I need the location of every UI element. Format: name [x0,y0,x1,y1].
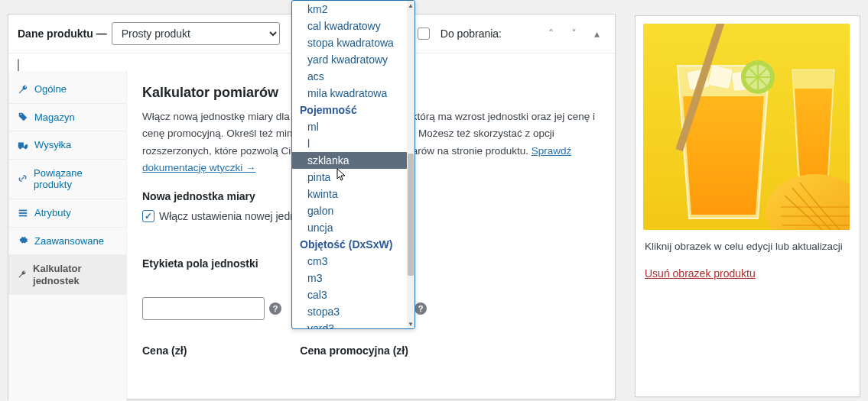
svg-rect-1 [19,212,28,214]
product-type-select[interactable]: Prosty produkt [112,22,280,45]
move-down-button[interactable]: ˅ [564,24,583,43]
tab-inventory[interactable]: Magazyn [8,104,126,132]
product-data-title: Dane produktu — [18,27,107,40]
link-icon [18,173,28,184]
dropdown-option[interactable]: l [292,135,407,152]
dropdown-option[interactable]: ml [292,118,407,135]
dropdown-option[interactable]: m3 [292,270,407,286]
dropdown-option[interactable]: szklanka [292,152,407,169]
dropdown-group: Objętość (DxSxW) [292,236,407,253]
dropdown-option[interactable]: yard kwadratowy [292,51,407,68]
downloadable-label: Do pobrania: [441,27,502,40]
wrench-icon [18,270,27,280]
scroll-down-icon[interactable]: ▼ [407,319,414,328]
dropdown-option[interactable]: kwinta [292,186,407,202]
truck-icon [18,140,28,150]
product-image-thumbnail[interactable] [643,24,850,230]
product-data-tabs: Ogólne Magazyn Wysyłka Powiązane produkt… [8,71,127,401]
remove-image-link[interactable]: Usuń obrazek produktu [645,267,756,280]
tab-general[interactable]: Ogólne [8,76,126,104]
wrench-icon [18,84,28,95]
dropdown-option[interactable]: stopa3 [292,303,407,320]
gear-icon [18,235,28,246]
unit-dropdown-panel[interactable]: km2cal kwadratowystopa kwadratowayard kw… [291,0,415,329]
promo-price-label: Cena promocyjna (zł) [300,344,408,357]
mouse-cursor-icon [336,168,347,182]
dropdown-option[interactable]: cm3 [292,253,407,270]
svg-rect-0 [19,209,28,211]
virtual-checkbox[interactable] [418,27,430,40]
svg-rect-2 [19,215,28,216]
dropdown-option[interactable]: uncja [292,219,407,236]
dropdown-scrollbar[interactable]: ▲ ▼ [407,1,414,328]
tab-linked-products[interactable]: Powiązane produkty [8,160,126,199]
tab-shipping[interactable]: Wysyłka [8,131,126,160]
dropdown-option[interactable]: yard3 [292,320,407,328]
product-image-meta-box: Kliknij obrazek w celu edycji lub aktual… [635,15,860,397]
help-icon[interactable]: ? [414,302,427,315]
enable-new-unit-checkbox[interactable]: ✓ [142,210,154,222]
list-icon [18,208,28,218]
dropdown-option[interactable]: stopa kwadratowa [292,34,407,51]
price-label: Cena (zł) [142,344,187,357]
toggle-panel-button[interactable]: ▴ [587,24,606,43]
dropdown-option[interactable]: cal3 [292,286,407,303]
tab-advanced[interactable]: Zaawansowane [8,228,126,256]
tab-unit-calculator[interactable]: Kalkulator jednostek [8,255,126,295]
tab-attributes[interactable]: Atrybuty [8,199,126,228]
dropdown-option[interactable]: pinta [292,169,407,186]
scroll-up-icon[interactable]: ▲ [407,1,414,10]
dropdown-option[interactable]: km2 [292,1,407,18]
tag-icon [18,112,28,122]
scroll-thumb[interactable] [408,154,414,276]
header-extra-checkbox[interactable] [18,59,19,72]
dropdown-option[interactable]: galon [292,202,407,219]
dropdown-option[interactable]: cal kwadratowy [292,18,407,34]
svg-rect-5 [709,66,732,89]
unit-label-input[interactable] [142,297,265,320]
image-edit-hint: Kliknij obrazek w celu edycji lub aktual… [645,241,850,252]
move-up-button[interactable]: ˄ [541,24,560,43]
help-icon[interactable]: ? [269,302,281,315]
dropdown-group: Pojemność [292,102,407,118]
dropdown-option[interactable]: acs [292,68,407,85]
dropdown-option[interactable]: mila kwadratowa [292,85,407,102]
